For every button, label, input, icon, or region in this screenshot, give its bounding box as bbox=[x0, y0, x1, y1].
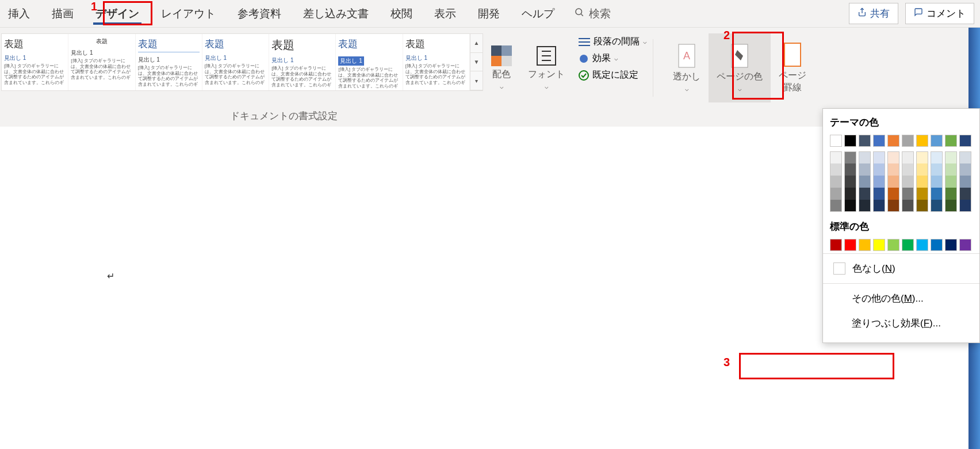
effects-button[interactable]: 効果 ⌵ bbox=[579, 52, 647, 64]
share-button[interactable]: 共有 bbox=[849, 3, 898, 24]
color-swatch[interactable] bbox=[887, 200, 899, 212]
color-swatch[interactable] bbox=[859, 188, 871, 200]
color-swatch[interactable] bbox=[931, 151, 943, 163]
gallery-scroll-up[interactable]: ▲ bbox=[470, 34, 483, 53]
color-swatch[interactable] bbox=[830, 200, 842, 212]
color-swatch[interactable] bbox=[859, 176, 871, 188]
color-swatch[interactable] bbox=[916, 239, 928, 251]
color-swatch[interactable] bbox=[887, 151, 899, 163]
color-swatch[interactable] bbox=[873, 176, 885, 188]
theme-colors-button[interactable]: 配色 ⌵ bbox=[489, 43, 514, 93]
color-swatch[interactable] bbox=[931, 239, 943, 251]
tab-developer[interactable]: 開発 bbox=[476, 1, 502, 27]
color-swatch[interactable] bbox=[959, 188, 971, 200]
tab-view[interactable]: 表示 bbox=[432, 1, 458, 27]
color-swatch[interactable] bbox=[887, 135, 899, 147]
color-swatch[interactable] bbox=[887, 188, 899, 200]
color-swatch[interactable] bbox=[916, 176, 928, 188]
color-swatch[interactable] bbox=[887, 163, 899, 176]
color-swatch[interactable] bbox=[959, 176, 971, 188]
tab-review[interactable]: 校閲 bbox=[388, 1, 415, 27]
color-swatch[interactable] bbox=[916, 200, 928, 212]
watermark-button[interactable]: A 透かし ⌵ bbox=[671, 41, 703, 95]
color-swatch[interactable] bbox=[859, 200, 871, 212]
no-color-item[interactable]: 色なし(N) bbox=[830, 256, 973, 281]
fill-effects-item[interactable]: 塗りつぶし効果(F)... bbox=[830, 311, 973, 336]
color-swatch[interactable] bbox=[844, 200, 856, 212]
paragraph-spacing-button[interactable]: 段落の間隔 ⌵ bbox=[579, 36, 647, 48]
gallery-more[interactable]: ▾ bbox=[470, 71, 483, 90]
color-swatch[interactable] bbox=[844, 188, 856, 200]
color-swatch[interactable] bbox=[945, 200, 957, 212]
tab-mailings[interactable]: 差し込み文書 bbox=[301, 1, 371, 27]
color-swatch[interactable] bbox=[873, 200, 885, 212]
tab-layout[interactable]: レイアウト bbox=[159, 1, 218, 27]
color-swatch[interactable] bbox=[887, 239, 899, 251]
set-default-button[interactable]: 既定に設定 bbox=[579, 69, 647, 81]
tab-design[interactable]: デザイン bbox=[93, 1, 141, 27]
tab-insert[interactable]: 挿入 bbox=[6, 1, 32, 27]
color-swatch[interactable] bbox=[959, 151, 971, 163]
color-swatch[interactable] bbox=[830, 151, 842, 163]
color-swatch[interactable] bbox=[902, 176, 914, 188]
color-swatch[interactable] bbox=[916, 188, 928, 200]
style-preset-6[interactable]: 表題 見出し 1 [挿入] タブのギャラリーには、文書全体の体裁に合わせて調整す… bbox=[336, 34, 403, 90]
color-swatch[interactable] bbox=[916, 135, 928, 147]
color-swatch[interactable] bbox=[902, 200, 914, 212]
color-swatch[interactable] bbox=[945, 188, 957, 200]
color-swatch[interactable] bbox=[931, 200, 943, 212]
more-colors-item[interactable]: その他の色(M)... bbox=[830, 286, 973, 311]
color-swatch[interactable] bbox=[945, 239, 957, 251]
color-swatch[interactable] bbox=[887, 176, 899, 188]
color-swatch[interactable] bbox=[873, 163, 885, 176]
color-swatch[interactable] bbox=[902, 135, 914, 147]
color-swatch[interactable] bbox=[916, 163, 928, 176]
color-swatch[interactable] bbox=[830, 135, 842, 147]
color-swatch[interactable] bbox=[844, 151, 856, 163]
tab-help[interactable]: ヘルプ bbox=[519, 1, 557, 27]
color-swatch[interactable] bbox=[945, 135, 957, 147]
color-swatch[interactable] bbox=[902, 151, 914, 163]
color-swatch[interactable] bbox=[830, 188, 842, 200]
color-swatch[interactable] bbox=[844, 163, 856, 176]
style-preset-1[interactable]: 表題 見出し 1 [挿入] タブのギャラリーには、文書全体の体裁に合わせて調整す… bbox=[2, 34, 68, 90]
tab-draw[interactable]: 描画 bbox=[49, 1, 76, 27]
color-swatch[interactable] bbox=[931, 135, 943, 147]
color-swatch[interactable] bbox=[830, 239, 842, 251]
color-swatch[interactable] bbox=[945, 176, 957, 188]
color-swatch[interactable] bbox=[931, 188, 943, 200]
tab-references[interactable]: 参考資料 bbox=[235, 1, 284, 27]
page-color-button[interactable]: ページの色 ⌵ bbox=[714, 41, 765, 95]
color-swatch[interactable] bbox=[902, 239, 914, 251]
color-swatch[interactable] bbox=[902, 163, 914, 176]
color-swatch[interactable] bbox=[844, 239, 856, 251]
color-swatch[interactable] bbox=[959, 135, 971, 147]
theme-fonts-button[interactable]: フォント ⌵ bbox=[526, 43, 567, 93]
style-preset-4[interactable]: 表題 見出し 1 [挿入] タブのギャラリーには、文書全体の体裁に合わせて調整す… bbox=[202, 34, 269, 90]
color-swatch[interactable] bbox=[844, 176, 856, 188]
color-swatch[interactable] bbox=[859, 239, 871, 251]
color-swatch[interactable] bbox=[931, 176, 943, 188]
color-swatch[interactable] bbox=[873, 135, 885, 147]
color-swatch[interactable] bbox=[873, 239, 885, 251]
color-swatch[interactable] bbox=[945, 151, 957, 163]
color-swatch[interactable] bbox=[959, 239, 971, 251]
color-swatch[interactable] bbox=[844, 135, 856, 147]
color-swatch[interactable] bbox=[945, 163, 957, 176]
style-preset-2[interactable]: 表題 見出し 1 [挿入] タブのギャラリーには、文書全体の体裁に合わせて調整す… bbox=[68, 34, 135, 90]
color-swatch[interactable] bbox=[931, 163, 943, 176]
color-swatch[interactable] bbox=[859, 163, 871, 176]
color-swatch[interactable] bbox=[873, 151, 885, 163]
search-box[interactable]: 検索 bbox=[574, 6, 611, 21]
color-swatch[interactable] bbox=[830, 163, 842, 176]
color-swatch[interactable] bbox=[830, 176, 842, 188]
color-swatch[interactable] bbox=[959, 200, 971, 212]
color-swatch[interactable] bbox=[859, 151, 871, 163]
color-swatch[interactable] bbox=[873, 188, 885, 200]
page-borders-button[interactable]: ページ 罫線 bbox=[776, 40, 809, 96]
color-swatch[interactable] bbox=[859, 135, 871, 147]
style-preset-5[interactable]: 表題 見出し 1 [挿入] タブのギャラリーには、文書全体の体裁に合わせて調整す… bbox=[269, 34, 336, 90]
comment-button[interactable]: コメント bbox=[905, 3, 974, 24]
style-preset-3[interactable]: 表題 見出し 1 [挿入] タブのギャラリーには、文書全体の体裁に合わせて調整す… bbox=[136, 34, 202, 90]
color-swatch[interactable] bbox=[902, 188, 914, 200]
